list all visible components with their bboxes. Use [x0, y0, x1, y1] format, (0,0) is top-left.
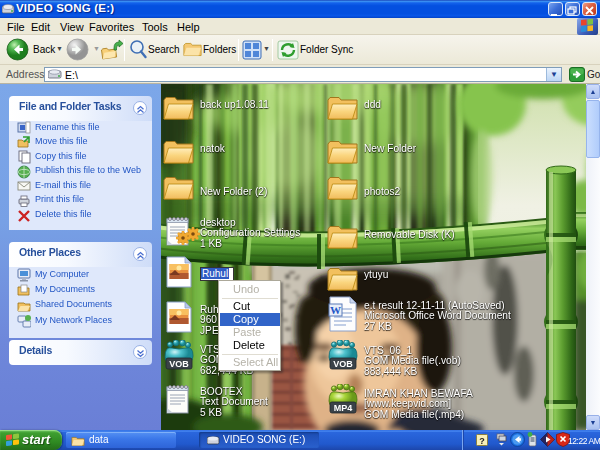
- svg-text:?: ?: [479, 436, 485, 446]
